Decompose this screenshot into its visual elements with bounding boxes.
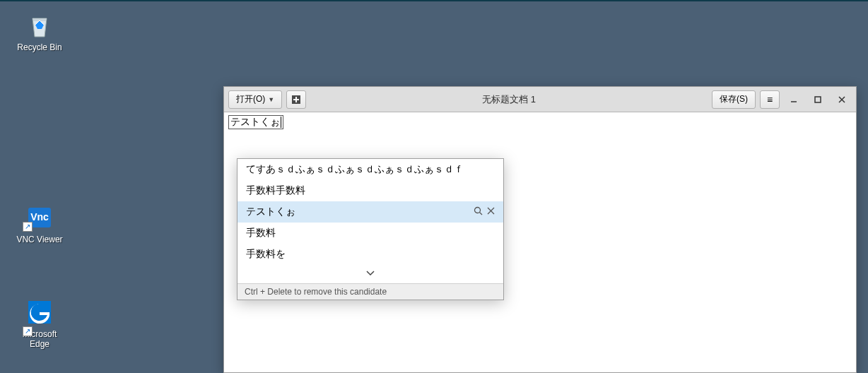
recycle-bin-icon [23,11,57,40]
svg-point-5 [475,208,481,213]
new-doc-icon [291,95,301,105]
maximize-icon [814,96,821,103]
ime-candidate[interactable]: 手数料を [237,244,503,265]
edge-icon [23,298,57,326]
desktop-icon-label: Recycle Bin [11,42,68,52]
chevron-down-icon [365,270,375,277]
text-caret [281,117,281,128]
search-icon[interactable] [474,206,483,218]
maximize-button[interactable] [808,92,828,107]
new-document-button[interactable] [286,90,306,109]
open-button-label: 打开(O) [236,93,265,105]
ime-candidate[interactable]: てすあｓｄふぁｓｄふぁｓｄふぁｓｄふぁｓｄｆ [237,159,503,180]
close-icon [838,96,845,103]
ime-hint-text: Ctrl + Delete to remove this candidate [237,283,503,300]
ime-preedit-text: テストくぉ [228,115,283,129]
menu-button[interactable]: ≡ [760,90,780,109]
shortcut-overlay-icon: ↗ [23,326,33,336]
remove-candidate-icon[interactable] [487,206,495,218]
save-button-label: 保存(S) [720,93,748,105]
desktop-icon-label: VNC Viewer [11,235,68,244]
ime-preedit-content: テストくぉ [230,116,280,127]
open-button[interactable]: 打开(O) ▼ [228,90,282,109]
close-button[interactable] [832,92,852,107]
svg-rect-4 [815,97,821,102]
ime-more-candidates[interactable] [237,265,503,283]
shortcut-overlay-icon: ↗ [23,222,33,232]
desktop-icon-vnc-viewer[interactable]: Vnc ↗ VNC Viewer [11,203,68,244]
ime-candidate-text: 手数料を [246,248,495,261]
minimize-button[interactable] [784,92,804,107]
chevron-down-icon: ▼ [268,96,274,103]
ime-candidate[interactable]: 手数料手数料 [237,180,503,201]
ime-candidate-selected[interactable]: テストくぉ [237,201,503,223]
editor-textarea[interactable]: テストくぉ てすあｓｄふぁｓｄふぁｓｄふぁｓｄふぁｓｄｆ 手数料手数料 テストく… [224,112,856,372]
desktop-icon-label: Microsoft Edge [11,329,68,349]
minimize-icon [790,96,797,103]
ime-candidate[interactable]: 手数料 [237,223,503,244]
ime-candidate-text: 手数料手数料 [246,184,495,197]
desktop-icon-recycle-bin[interactable]: Recycle Bin [11,11,68,52]
desktop-icon-microsoft-edge[interactable]: ↗ Microsoft Edge [11,298,68,349]
text-editor-window: 打开(O) ▼ 无标题文档 1 保存(S) ≡ テストくぉ [223,86,857,373]
hamburger-icon: ≡ [767,95,773,105]
ime-candidate-text: 手数料 [246,227,495,239]
ime-candidate-text: テストくぉ [246,206,474,218]
ime-candidate-popup: てすあｓｄふぁｓｄふぁｓｄふぁｓｄふぁｓｄｆ 手数料手数料 テストくぉ 手数料 [237,158,504,300]
window-title: 无标题文档 1 [310,93,708,106]
ime-candidate-text: てすあｓｄふぁｓｄふぁｓｄふぁｓｄふぁｓｄｆ [246,163,495,176]
titlebar: 打开(O) ▼ 无标题文档 1 保存(S) ≡ [224,87,856,112]
svg-text:Vnc: Vnc [30,211,49,223]
save-button[interactable]: 保存(S) [712,90,756,109]
